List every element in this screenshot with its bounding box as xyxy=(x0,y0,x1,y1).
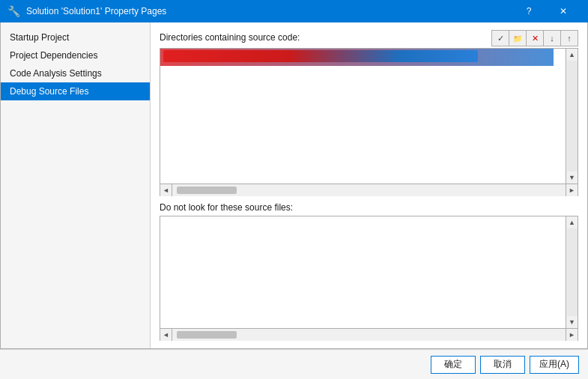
move-down-button[interactable]: ↓ xyxy=(543,30,561,46)
bottom-vscroll-track xyxy=(567,228,578,316)
hscroll-thumb[interactable] xyxy=(177,187,237,194)
bottom-list-hscrollbar[interactable]: ◄ ► xyxy=(160,329,578,341)
move-up-button[interactable]: ↑ xyxy=(560,30,578,46)
help-button[interactable]: ? xyxy=(512,0,546,22)
bottom-list-box[interactable]: ▲ ▼ xyxy=(160,216,578,329)
sidebar-item-code-analysis-settings[interactable]: Code Analysis Settings xyxy=(1,64,150,82)
bottom-vscroll-down-arrow[interactable]: ▼ xyxy=(566,316,578,328)
bottom-list-area: Do not look for these source files: ▲ ▼ … xyxy=(160,202,578,341)
title-bar-icon: 🔧 xyxy=(7,5,20,17)
folder-button[interactable]: 📁 xyxy=(509,30,527,46)
top-section-header: Directories containing source code: ✓ 📁 … xyxy=(160,30,578,46)
sidebar-item-startup-project[interactable]: Startup Project xyxy=(1,28,150,46)
vscroll-track xyxy=(567,61,578,172)
title-bar-controls: ? ✕ xyxy=(512,0,581,22)
close-button[interactable]: ✕ xyxy=(546,0,581,22)
top-list-hscrollbar[interactable]: ◄ ► xyxy=(160,184,578,196)
vscroll-up-arrow[interactable]: ▲ xyxy=(566,49,578,61)
cancel-button[interactable]: 取消 xyxy=(480,356,525,374)
hscroll-track xyxy=(172,184,566,196)
hscroll-left-arrow[interactable]: ◄ xyxy=(160,184,172,196)
sidebar-item-project-dependencies[interactable]: Project Dependencies xyxy=(1,46,150,64)
bottom-list-vscrollbar[interactable]: ▲ ▼ xyxy=(566,216,578,328)
top-list-vscrollbar[interactable]: ▲ ▼ xyxy=(566,49,578,184)
sidebar-item-debug-source-files[interactable]: Debug Source Files xyxy=(1,82,150,100)
bottom-hscroll-thumb[interactable] xyxy=(177,331,237,339)
bottom-hscroll-left-arrow[interactable]: ◄ xyxy=(160,329,172,341)
right-panel: Directories containing source code: ✓ 📁 … xyxy=(151,22,587,348)
bottom-hscroll-track xyxy=(172,329,566,341)
delete-button[interactable]: ✕ xyxy=(526,30,544,46)
top-list-inner xyxy=(160,49,566,184)
main-content: Startup Project Project Dependencies Cod… xyxy=(0,22,588,349)
bottom-hscroll-right-arrow[interactable]: ► xyxy=(566,329,578,341)
bottom-vscroll-up-arrow[interactable]: ▲ xyxy=(566,216,578,228)
apply-button[interactable]: 应用(A) xyxy=(530,356,579,374)
top-list-box[interactable]: ▲ ▼ xyxy=(160,48,578,184)
title-bar-left: 🔧 Solution 'Solution1' Property Pages xyxy=(7,5,166,17)
title-bar: 🔧 Solution 'Solution1' Property Pages ? … xyxy=(0,0,588,22)
top-section-label: Directories containing source code: xyxy=(160,32,300,43)
list-item[interactable] xyxy=(160,49,554,66)
bottom-list-inner xyxy=(160,216,566,328)
sidebar: Startup Project Project Dependencies Cod… xyxy=(1,22,151,348)
title-bar-title: Solution 'Solution1' Property Pages xyxy=(26,6,166,16)
ok-button[interactable]: 确定 xyxy=(431,356,476,374)
bottom-bar: 确定 取消 应用(A) xyxy=(0,349,588,379)
top-list-area: Directories containing source code: ✓ 📁 … xyxy=(160,30,578,196)
hscroll-right-arrow[interactable]: ► xyxy=(566,184,578,196)
top-toolbar: ✓ 📁 ✕ ↓ ↑ xyxy=(492,30,578,46)
bottom-section-label: Do not look for these source files: xyxy=(160,202,578,213)
vscroll-down-arrow[interactable]: ▼ xyxy=(566,172,578,184)
check-button[interactable]: ✓ xyxy=(491,30,509,46)
